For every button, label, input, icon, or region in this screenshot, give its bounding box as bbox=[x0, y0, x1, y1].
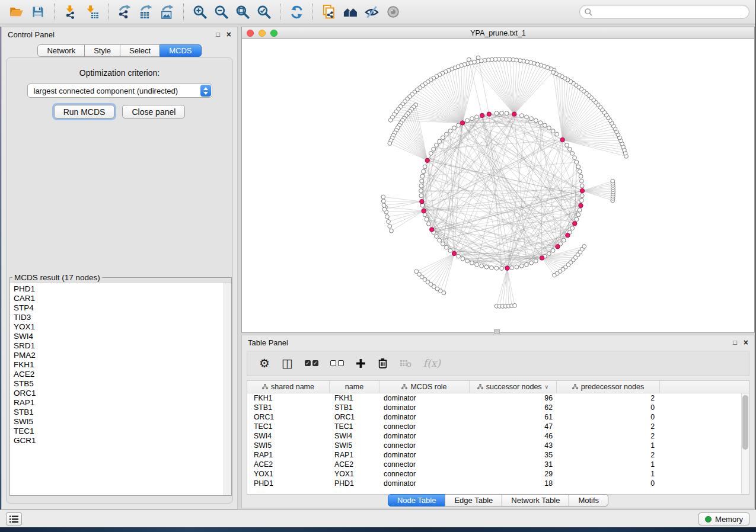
share-document-icon[interactable] bbox=[318, 3, 340, 21]
search-input[interactable] bbox=[593, 8, 745, 16]
table-cell: STB1 bbox=[247, 403, 330, 412]
mcds-result-item[interactable]: PHD1 bbox=[14, 284, 222, 294]
column-header-shared-name[interactable]: shared name bbox=[247, 381, 330, 393]
zoom-fit-icon[interactable] bbox=[232, 3, 253, 21]
table-row[interactable]: RAP1RAP1dominator352 bbox=[247, 450, 749, 460]
table-tab-network-table[interactable]: Network Table bbox=[502, 494, 569, 507]
mcds-result-item[interactable]: TEC1 bbox=[14, 427, 222, 436]
table-cell: STB1 bbox=[330, 403, 379, 412]
close-panel-button[interactable]: Close panel bbox=[122, 105, 185, 118]
table-tab-motifs[interactable]: Motifs bbox=[569, 494, 608, 507]
splitter-handle[interactable] bbox=[494, 329, 500, 334]
open-session-icon[interactable] bbox=[6, 3, 27, 21]
table-tab-edge-table[interactable]: Edge Table bbox=[445, 494, 502, 507]
table-row[interactable]: SWI5SWI5connector431 bbox=[247, 441, 749, 450]
column-header-name[interactable]: name bbox=[330, 381, 379, 393]
tab-network[interactable]: Network bbox=[37, 44, 85, 57]
close-table-panel-icon[interactable]: × bbox=[744, 338, 748, 347]
network-graph[interactable] bbox=[242, 39, 755, 332]
mcds-result-item[interactable]: GCR1 bbox=[14, 436, 222, 446]
mcds-result-item[interactable]: SWI4 bbox=[14, 332, 222, 341]
hide-network-icon[interactable] bbox=[361, 3, 382, 21]
table-cell: 61 bbox=[470, 413, 557, 421]
mcds-result-item[interactable]: SRD1 bbox=[14, 341, 222, 351]
export-network-icon[interactable] bbox=[114, 3, 135, 21]
table-tab-node-table[interactable]: Node Table bbox=[388, 494, 446, 507]
table-row[interactable]: TEC1TEC1connector472 bbox=[247, 422, 749, 431]
mcds-list-scrollbar[interactable] bbox=[224, 283, 231, 495]
column-header-successor-nodes[interactable]: successor nodes∨ bbox=[470, 381, 557, 393]
network-window-titlebar[interactable]: YPA_prune.txt_1 bbox=[242, 27, 754, 39]
deselect-all-icon[interactable] bbox=[330, 360, 344, 366]
table-settings-icon[interactable]: ⚙ bbox=[259, 357, 270, 369]
toolbar-separator bbox=[312, 4, 313, 20]
mcds-result-item[interactable]: STB1 bbox=[14, 408, 222, 417]
table-row[interactable]: ORC1ORC1dominator610 bbox=[247, 412, 749, 422]
save-session-icon[interactable] bbox=[27, 3, 49, 21]
export-table-icon[interactable] bbox=[135, 3, 157, 21]
table-vertical-scrollbar[interactable] bbox=[741, 393, 749, 494]
show-eye-icon[interactable] bbox=[382, 3, 404, 21]
float-panel-icon[interactable]: □ bbox=[216, 31, 220, 38]
zoom-out-icon[interactable] bbox=[210, 3, 232, 21]
table-panel-title: Table Panel bbox=[248, 338, 288, 347]
refresh-view-icon[interactable] bbox=[286, 3, 307, 21]
float-table-panel-icon[interactable]: □ bbox=[733, 339, 737, 346]
zoom-selected-icon[interactable] bbox=[253, 3, 275, 21]
table-row[interactable]: ACE2ACE2connector311 bbox=[247, 460, 749, 469]
home-icon[interactable] bbox=[340, 3, 361, 21]
add-column-icon[interactable] bbox=[356, 358, 366, 368]
table-cell: ACE2 bbox=[247, 460, 330, 469]
table-cell: 35 bbox=[470, 451, 557, 459]
table-cell: dominator bbox=[379, 394, 470, 402]
select-all-icon[interactable]: ✓✓ bbox=[305, 360, 318, 366]
column-type-icon bbox=[401, 384, 407, 390]
memory-button[interactable]: Memory bbox=[698, 512, 749, 525]
scrollbar-thumb[interactable] bbox=[742, 395, 748, 450]
mcds-result-item[interactable]: RAP1 bbox=[14, 398, 222, 408]
optimization-criterion-label: Optimization criterion: bbox=[7, 68, 232, 78]
tab-mcds[interactable]: MCDS bbox=[160, 44, 201, 57]
mcds-result-group: MCDS result (17 nodes) PHD1CAR1STP4TID3Y… bbox=[9, 273, 232, 496]
mcds-result-item[interactable]: TID3 bbox=[14, 313, 222, 322]
criterion-dropdown-value: largest connected component (undirected) bbox=[34, 86, 178, 95]
table-cell: 2 bbox=[557, 394, 660, 402]
mcds-result-item[interactable]: ACE2 bbox=[14, 370, 222, 379]
mcds-result-item[interactable]: STP4 bbox=[14, 303, 222, 313]
table-row[interactable]: FKH1FKH1dominator962 bbox=[247, 393, 749, 403]
column-header-predecessor-nodes[interactable]: predecessor nodes bbox=[557, 381, 660, 393]
tab-style[interactable]: Style bbox=[84, 44, 120, 57]
mcds-result-item[interactable]: CAR1 bbox=[14, 294, 222, 303]
import-table-icon[interactable] bbox=[81, 3, 103, 21]
toggle-panel-icon[interactable]: ◫ bbox=[282, 357, 293, 369]
table-row[interactable]: SWI4SWI4dominator462 bbox=[247, 431, 749, 441]
table-row[interactable]: STB1STB1dominator620 bbox=[247, 403, 749, 412]
minimize-window-icon[interactable] bbox=[259, 30, 266, 37]
maximize-window-icon[interactable] bbox=[270, 30, 277, 37]
column-header-MCDS-role[interactable]: MCDS role bbox=[379, 381, 470, 393]
mcds-result-item[interactable]: YOX1 bbox=[14, 322, 222, 332]
tab-select[interactable]: Select bbox=[120, 44, 160, 57]
network-canvas[interactable] bbox=[242, 39, 754, 332]
mcds-result-item[interactable]: ORC1 bbox=[14, 389, 222, 398]
table-cell: connector bbox=[379, 470, 470, 478]
zoom-in-icon[interactable] bbox=[189, 3, 210, 21]
table-row[interactable]: PHD1PHD1dominator180 bbox=[247, 479, 749, 488]
table-row[interactable]: YOX1YOX1connector291 bbox=[247, 469, 749, 479]
mcds-result-item[interactable]: FKH1 bbox=[14, 360, 222, 370]
export-image-icon[interactable] bbox=[157, 3, 178, 21]
close-window-icon[interactable] bbox=[247, 30, 254, 37]
sort-indicator-icon[interactable]: ∨ bbox=[545, 384, 549, 390]
close-panel-icon[interactable]: × bbox=[227, 30, 231, 39]
dropdown-stepper-icon[interactable] bbox=[200, 85, 211, 97]
table-cell: dominator bbox=[379, 432, 470, 440]
search-box[interactable] bbox=[579, 5, 749, 19]
mcds-result-item[interactable]: SWI5 bbox=[14, 417, 222, 427]
task-history-button[interactable] bbox=[6, 512, 22, 525]
mcds-result-item[interactable]: STB5 bbox=[14, 379, 222, 389]
delete-column-icon[interactable] bbox=[378, 358, 388, 368]
run-mcds-button[interactable]: Run MCDS bbox=[54, 105, 115, 118]
criterion-dropdown[interactable]: largest connected component (undirected) bbox=[27, 84, 212, 98]
mcds-result-item[interactable]: PMA2 bbox=[14, 351, 222, 360]
import-network-icon[interactable] bbox=[60, 3, 81, 21]
